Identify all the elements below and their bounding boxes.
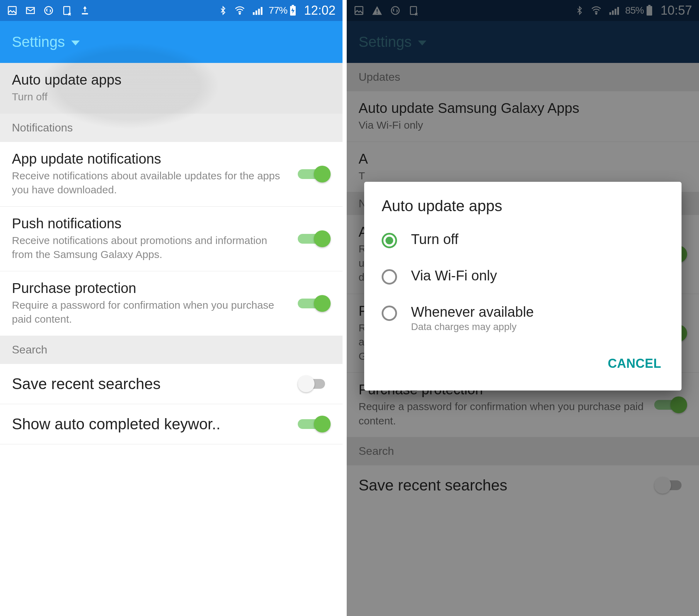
toggle-purchase-protection[interactable] <box>298 296 331 311</box>
svg-rect-11 <box>292 5 294 6</box>
item-subtitle: Require a password for confirmation when… <box>12 298 287 327</box>
item-title: Save recent searches <box>12 375 287 393</box>
cancel-button[interactable]: CANCEL <box>601 352 668 375</box>
option-turn-off[interactable]: Turn off <box>364 222 682 258</box>
screen-right: 85% 10:57 Settings Updates Auto update S… <box>347 0 699 616</box>
svg-point-5 <box>239 13 240 14</box>
signal-icon <box>252 5 262 16</box>
battery-status: 77% <box>269 5 296 16</box>
item-subtitle: Turn off <box>12 90 320 104</box>
status-bar: 77% 12:02 <box>0 0 343 21</box>
chevron-down-icon <box>71 41 80 45</box>
item-save-recent-searches[interactable]: Save recent searches <box>0 364 343 404</box>
app-bar[interactable]: Settings <box>0 21 343 63</box>
toggle-app-update-notifications[interactable] <box>298 166 331 182</box>
svg-rect-0 <box>8 7 16 15</box>
image-icon <box>7 5 17 16</box>
svg-rect-4 <box>82 13 88 15</box>
screen-left: 77% 12:02 Settings Auto update apps Turn… <box>0 0 347 616</box>
mail-icon <box>25 5 36 16</box>
toggle-save-recent-searches[interactable] <box>298 376 331 392</box>
settings-list: Auto update apps Turn off Notifications … <box>0 63 343 476</box>
download-icon <box>80 5 90 16</box>
item-app-update-notifications[interactable]: App update notifications Receive notific… <box>0 142 343 207</box>
item-subtitle: Receive notifications about available up… <box>12 169 287 197</box>
item-show-autocomplete[interactable]: Show auto completed keywor.. <box>0 404 343 444</box>
option-label: Whenever available <box>411 304 534 320</box>
item-title: App update notifications <box>12 151 287 167</box>
radio-icon <box>382 306 397 321</box>
item-subtitle: Receive notifications about promotions a… <box>12 234 287 262</box>
svg-rect-9 <box>261 7 262 15</box>
clock: 12:02 <box>304 3 336 18</box>
svg-rect-8 <box>258 9 260 15</box>
svg-rect-6 <box>253 12 254 15</box>
toggle-push-notifications[interactable] <box>298 231 331 246</box>
option-wifi-only[interactable]: Via Wi-Fi only <box>364 258 682 294</box>
sim-alert-icon <box>62 5 72 16</box>
item-auto-update-apps[interactable]: Auto update apps Turn off <box>0 63 343 114</box>
battery-percent: 77% <box>269 5 287 16</box>
dialog-auto-update: Auto update apps Turn off Via Wi-Fi only… <box>364 182 682 391</box>
section-search: Search <box>0 336 343 364</box>
dialog-title: Auto update apps <box>364 197 682 222</box>
item-title: Purchase protection <box>12 280 287 296</box>
svg-rect-7 <box>255 10 257 15</box>
bluetooth-icon <box>218 5 228 16</box>
svg-point-2 <box>45 7 53 15</box>
item-title: Push notifications <box>12 216 287 231</box>
wifi-icon <box>234 5 246 16</box>
item-title: Show auto completed keywor.. <box>12 415 287 433</box>
item-title: Auto update apps <box>12 72 320 88</box>
item-truncated[interactable] <box>0 444 343 476</box>
section-notifications: Notifications <box>0 114 343 142</box>
app-bar-title: Settings <box>12 34 65 50</box>
toggle-show-autocomplete[interactable] <box>298 416 331 432</box>
option-whenever-available[interactable]: Whenever available Data charges may appl… <box>364 294 682 342</box>
radio-icon <box>382 269 397 285</box>
item-push-notifications[interactable]: Push notifications Receive notifications… <box>0 207 343 271</box>
option-label: Turn off <box>411 231 459 247</box>
shazam-icon <box>43 5 54 16</box>
item-purchase-protection[interactable]: Purchase protection Require a password f… <box>0 271 343 336</box>
option-subtitle: Data charges may apply <box>411 321 534 332</box>
option-label: Via Wi-Fi only <box>411 268 497 284</box>
radio-icon <box>382 233 397 248</box>
